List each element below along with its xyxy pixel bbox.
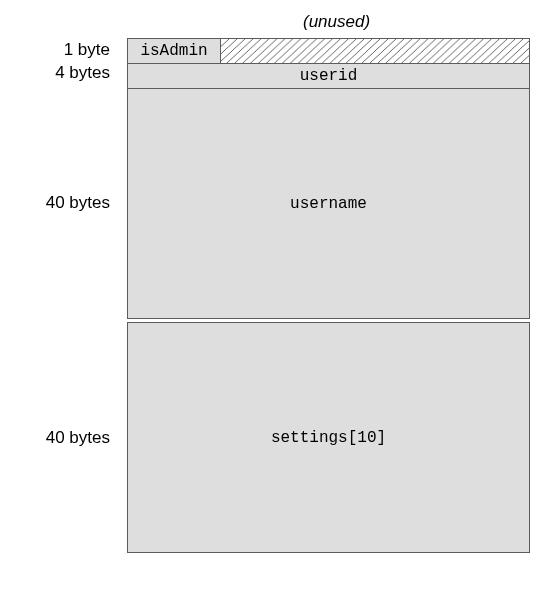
size-label-row2: 40 bytes: [20, 193, 110, 213]
size-label-row3: 40 bytes: [20, 428, 110, 448]
field-userid: userid: [127, 63, 530, 89]
field-label: isAdmin: [140, 42, 207, 60]
field-unused-padding: [220, 38, 530, 64]
field-username: username: [127, 88, 530, 319]
field-label: username: [290, 195, 367, 213]
hatch-icon: [221, 39, 529, 63]
unused-caption: (unused): [303, 12, 370, 32]
size-label-row0: 1 byte: [30, 40, 110, 60]
svg-rect-0: [221, 39, 529, 63]
field-settings: settings[10]: [127, 322, 530, 553]
field-label: settings[10]: [271, 429, 386, 447]
field-label: userid: [300, 67, 358, 85]
size-label-row1: 4 bytes: [30, 63, 110, 83]
field-isAdmin: isAdmin: [127, 38, 221, 64]
struct-layout-diagram: (unused) 1 byte isAdmin 4 bytes userid 4…: [0, 0, 558, 603]
